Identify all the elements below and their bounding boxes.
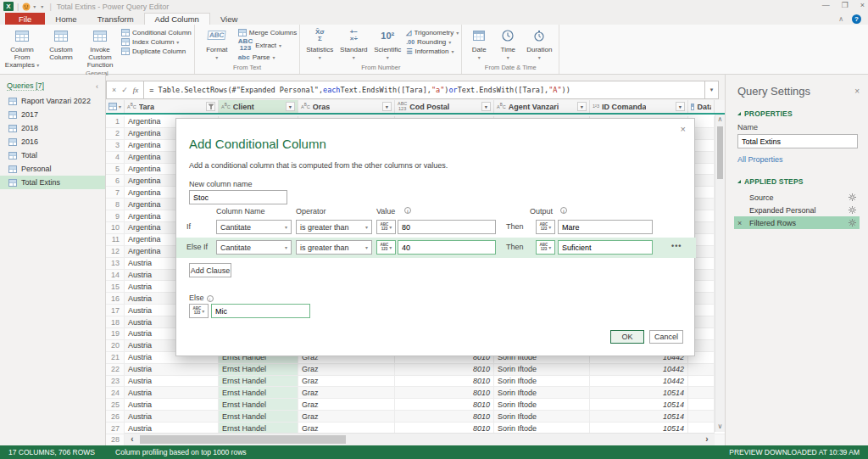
collapse-triangle-icon[interactable]	[737, 180, 741, 183]
invoke-custom-function-button[interactable]: Invoke Custom Function	[81, 26, 120, 70]
tab-home[interactable]: Home	[45, 13, 86, 25]
gear-icon[interactable]	[849, 219, 856, 227]
scroll-right-icon[interactable]: ›	[701, 434, 713, 445]
query-item[interactable]: Total	[0, 148, 105, 162]
horizontal-scroll-thumb[interactable]	[140, 435, 346, 444]
gear-icon[interactable]	[849, 193, 856, 201]
table-row[interactable]: 22AustriaErnst HandelGraz8010Sorin Iftod…	[106, 364, 725, 376]
all-properties-link[interactable]: All Properties	[737, 155, 783, 164]
query-item[interactable]: 2018	[0, 121, 105, 135]
tab-add-column[interactable]: Add Column	[144, 13, 210, 25]
quick-access-toolbar-caret[interactable]: ▾	[41, 3, 43, 9]
tab-file[interactable]: File	[5, 13, 45, 25]
query-item[interactable]: 2016	[0, 135, 105, 148]
statistics-button[interactable]: X̄σΣ Statistics▾	[303, 26, 337, 61]
format-button[interactable]: ABC Format▾	[198, 26, 236, 61]
help-icon[interactable]: ?	[852, 14, 861, 24]
column-header-id-comanda[interactable]: 1²3ID Comanda▾	[590, 100, 688, 113]
value-type-dropdown[interactable]: ABC123▾	[376, 220, 396, 234]
operator-dropdown[interactable]: is greater than▾	[296, 220, 372, 234]
column-header-agent-vanzari[interactable]: ABCAgent Vanzari▾	[494, 100, 590, 113]
value-input[interactable]	[398, 240, 496, 255]
gear-icon[interactable]	[849, 206, 856, 214]
column-header-oras[interactable]: ABCOras▾	[298, 100, 395, 113]
duplicate-column-button[interactable]: Duplicate Column	[121, 48, 192, 55]
column-dropdown-icon[interactable]: ▾	[286, 102, 295, 111]
time-button[interactable]: Time▾	[493, 26, 522, 61]
feedback-smiley-icon[interactable]	[22, 3, 31, 11]
query-item[interactable]: Total Extins	[0, 176, 105, 189]
cancel-button[interactable]: Cancel	[649, 330, 683, 344]
smiley-dropdown-caret[interactable]: ▾	[33, 3, 36, 9]
horizontal-scrollbar[interactable]: ‹ ›	[125, 433, 715, 445]
query-name-input[interactable]	[737, 134, 858, 148]
query-item[interactable]: Raport Vanzari 2022	[0, 94, 105, 108]
vertical-scroll-thumb[interactable]	[717, 126, 723, 179]
scroll-left-icon[interactable]: ‹	[126, 434, 138, 445]
date-button[interactable]: Date▾	[465, 26, 493, 61]
applied-step-source[interactable]: Source	[734, 191, 860, 204]
query-item[interactable]: 2017	[0, 108, 105, 121]
parse-button[interactable]: abcParse ▾	[238, 53, 297, 61]
ribbon-collapse-icon[interactable]: ∧	[838, 15, 843, 23]
value-input[interactable]	[398, 220, 496, 234]
ok-button[interactable]: OK	[610, 330, 644, 344]
column-dropdown-icon[interactable]: ▾	[481, 102, 491, 111]
column-from-examples-button[interactable]: Column From Examples ▾	[3, 26, 42, 70]
column-dropdown-icon[interactable]: ▾	[577, 102, 587, 111]
formula-confirm-icon[interactable]: ✓	[121, 86, 128, 94]
formula-cancel-icon[interactable]: ×	[112, 86, 116, 94]
close-button[interactable]: ×	[860, 1, 865, 9]
operator-dropdown[interactable]: is greater than▾	[296, 240, 372, 255]
else-value-input[interactable]	[211, 304, 310, 318]
close-pane-icon[interactable]: ×	[854, 87, 860, 96]
information-button[interactable]: ☰Information ▾	[406, 48, 459, 55]
standard-button[interactable]: +−×÷ Standard▾	[337, 26, 370, 61]
column-header-data-coma[interactable]: Data Coma	[688, 100, 715, 113]
value-type-dropdown[interactable]: ABC123▾	[376, 240, 396, 255]
merge-columns-button[interactable]: Merge Columns	[238, 29, 297, 36]
tab-view[interactable]: View	[210, 13, 248, 25]
query-item[interactable]: Personal	[0, 162, 105, 176]
column-dropdown-icon[interactable]: ▾	[382, 102, 392, 111]
vertical-scrollbar[interactable]: ∧ ∨	[715, 115, 725, 432]
grid-corner-button[interactable]: ▾	[106, 100, 125, 113]
table-row[interactable]: 24AustriaErnst HandelGraz8010Sorin Iftod…	[106, 387, 725, 399]
collapse-triangle-icon[interactable]	[737, 112, 741, 115]
rounding-button[interactable]: .00Rounding ▾	[406, 38, 459, 46]
formula-expand-caret[interactable]: ▾	[705, 81, 719, 99]
output-input[interactable]	[558, 220, 653, 234]
add-clause-button[interactable]: Add Clause	[189, 263, 231, 277]
column-name-dropdown[interactable]: Cantitate▾	[216, 220, 292, 234]
scroll-up-icon[interactable]: ∧	[715, 115, 725, 125]
scientific-button[interactable]: 10² Scientific▾	[370, 26, 404, 61]
restore-button[interactable]: ❐	[842, 1, 849, 9]
new-column-name-input[interactable]	[189, 190, 287, 204]
column-dropdown-icon[interactable]: ▾	[676, 102, 685, 111]
column-header-tara[interactable]: ABCTara	[125, 100, 219, 113]
index-column-button[interactable]: Index Column ▾	[121, 38, 192, 46]
filter-applied-icon[interactable]	[206, 102, 215, 111]
column-header-client[interactable]: ABCClient▾	[219, 100, 298, 113]
output-type-dropdown[interactable]: ABC123▾	[536, 220, 555, 234]
applied-step-filtered-rows[interactable]: ×Filtered Rows	[734, 216, 860, 229]
column-header-cod-postal[interactable]: ABC123Cod Postal▾	[395, 100, 494, 113]
collapse-pane-icon[interactable]: ‹	[96, 82, 98, 91]
custom-column-button[interactable]: Custom Column	[42, 26, 81, 61]
extract-button[interactable]: ABC123Extract ▾	[238, 38, 297, 52]
else-type-dropdown[interactable]: ABC123▾	[189, 304, 209, 318]
row-options-ellipsis[interactable]: •••	[671, 242, 682, 250]
tab-transform[interactable]: Transform	[87, 13, 144, 25]
trigonometry-button[interactable]: ◿Trigonometry ▾	[406, 29, 459, 36]
fx-icon[interactable]: fx	[133, 86, 139, 94]
formula-input[interactable]: = Table.SelectRows(#"Expanded Personal",…	[144, 81, 705, 99]
table-row[interactable]: 23AustriaErnst HandelGraz8010Sorin Iftod…	[106, 376, 725, 388]
output-input[interactable]	[558, 240, 653, 255]
applied-step-expanded-personal[interactable]: Expanded Personal	[734, 204, 860, 216]
conditional-column-button[interactable]: Conditional Column	[121, 29, 192, 36]
column-name-dropdown[interactable]: Cantitate▾	[216, 240, 292, 255]
table-row[interactable]: 25AustriaErnst HandelGraz8010Sorin Iftod…	[106, 399, 725, 411]
minimize-button[interactable]: —	[822, 1, 830, 9]
table-row[interactable]: 26AustriaErnst HandelGraz8010Sorin Iftod…	[106, 411, 725, 423]
dialog-close-icon[interactable]: ×	[681, 124, 686, 134]
